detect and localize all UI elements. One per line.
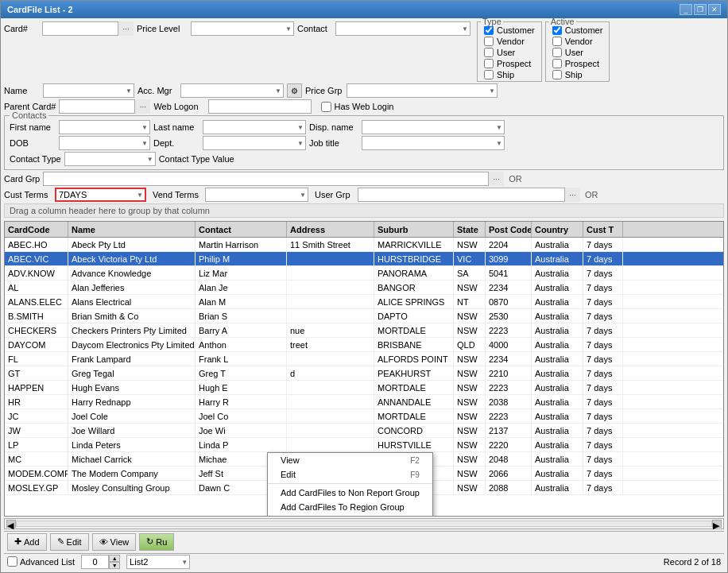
has-web-login-checkbox[interactable] (321, 102, 331, 112)
scroll-left-btn[interactable]: ◀ (6, 520, 16, 528)
table-row[interactable]: LPLinda PetersLinda PHURSTVILLENSW2220Au… (5, 438, 723, 452)
has-web-login-label[interactable]: Has Web Login (321, 102, 393, 112)
table-row[interactable]: CHECKERSCheckers Printers Pty LimitedBar… (5, 323, 723, 338)
table-row[interactable]: ALAlan JefferiesAlan JeBANGORNSW2234Aust… (5, 281, 723, 295)
ctx-add-non-report[interactable]: Add CardFiles to Non Report Group (268, 486, 432, 500)
price-grp-select[interactable] (350, 86, 494, 95)
first-name-select[interactable] (62, 122, 147, 132)
close-button[interactable]: ✕ (708, 4, 721, 15)
card-dots-btn[interactable]: ··· (118, 21, 134, 36)
active-vendor-checkbox[interactable] (552, 37, 562, 46)
scroll-track[interactable] (16, 521, 712, 527)
table-row[interactable]: FLFrank LampardFrank LALFORDS POINTNSW22… (5, 352, 723, 366)
card-label: Card# (4, 24, 40, 33)
ctx-view[interactable]: ViewF2 (268, 453, 432, 467)
type-prospect-checkbox[interactable] (484, 59, 494, 68)
active-user-checkbox[interactable] (552, 48, 562, 57)
col-state[interactable]: State (454, 222, 486, 237)
table-cell: 7 days (583, 438, 623, 451)
table-row[interactable]: HRHarry RednappHarry RANNANDALENSW2038Au… (5, 395, 723, 409)
parent-card-dots-btn[interactable]: ··· (134, 99, 150, 114)
disp-name-select[interactable] (365, 122, 501, 132)
table-row[interactable]: ABEC.VICAbeck Victoria Pty LtdPhilip MHU… (5, 252, 723, 266)
user-grp-input[interactable] (358, 188, 580, 202)
acc-mgr-browse-btn[interactable]: ⚙ (287, 83, 302, 98)
spinner-up-btn[interactable]: ▲ (109, 555, 120, 562)
scroll-right-btn[interactable]: ▶ (712, 520, 722, 528)
active-vendor-item[interactable]: Vendor (552, 37, 603, 46)
table-cell: nue (287, 323, 374, 337)
contact-type-select[interactable] (68, 154, 153, 164)
advanced-list-checkbox[interactable] (7, 556, 17, 567)
col-cardcode[interactable]: CardCode (5, 222, 68, 237)
col-country[interactable]: Country (532, 222, 583, 237)
table-row[interactable]: ADV.KNOWAdvance KnowledgeLiz MarPANORAMA… (5, 266, 723, 281)
ctx-add-region[interactable]: Add CardFiles To Region Group (268, 500, 432, 514)
add-button[interactable]: ✚ Add (7, 533, 47, 551)
spinner-down-btn[interactable]: ▼ (109, 562, 120, 569)
col-name[interactable]: Name (68, 222, 196, 237)
restore-button[interactable]: ❐ (694, 4, 707, 15)
list-select[interactable]: List2 (130, 557, 187, 567)
active-prospect-checkbox[interactable] (552, 59, 562, 68)
active-customer-checkbox[interactable] (552, 25, 562, 35)
job-title-select[interactable] (365, 138, 501, 148)
table-row[interactable]: ALANS.ELECAlans ElectricalAlan MALICE SP… (5, 295, 723, 309)
active-ship-checkbox[interactable] (552, 70, 562, 79)
card-grp-input[interactable] (43, 172, 504, 186)
edit-button[interactable]: ✎ Edit (50, 533, 89, 551)
refresh-button[interactable]: ↻ Ru (139, 533, 174, 551)
type-vendor-item[interactable]: Vendor (484, 37, 535, 46)
table-cell: HURSTVILLE (374, 438, 454, 451)
active-customer-item[interactable]: Customer (552, 25, 603, 35)
table-row[interactable]: HAPPENHugh EvansHugh EMORTDALENSW2223Aus… (5, 381, 723, 395)
advanced-list-label[interactable]: Advanced List (7, 556, 75, 567)
ctx-edit[interactable]: EditF9 (268, 467, 432, 482)
active-prospect-item[interactable]: Prospect (552, 59, 603, 68)
view-button[interactable]: 👁 View (92, 533, 137, 551)
card-grp-dots-btn[interactable]: ··· (488, 172, 504, 186)
type-ship-checkbox[interactable] (484, 70, 494, 79)
table-row[interactable]: B.SMITHBrian Smith & CoBrian SDAPTONSW25… (5, 309, 723, 323)
horizontal-scrollbar[interactable]: ◀ ▶ (4, 518, 724, 529)
table-row[interactable]: DAYCOMDaycom Electronics Pty LimitedAnth… (5, 338, 723, 352)
ctx-sep2 (268, 516, 432, 517)
col-address[interactable]: Address (287, 222, 374, 237)
cust-terms-select[interactable]: 7DAYS (59, 190, 142, 199)
minimize-button[interactable]: _ (680, 4, 692, 15)
web-logon-input[interactable] (208, 99, 312, 114)
type-ship-item[interactable]: Ship (484, 70, 535, 79)
table-cell: 2223 (486, 323, 532, 337)
price-level-select[interactable] (194, 24, 291, 33)
active-user-item[interactable]: User (552, 48, 603, 57)
col-postcode[interactable]: Post Code (486, 222, 532, 237)
type-prospect-item[interactable]: Prospect (484, 59, 535, 68)
user-grp-dots-btn[interactable]: ··· (564, 188, 580, 202)
dept-select[interactable] (206, 138, 303, 148)
active-ship-item[interactable]: Ship (552, 70, 603, 79)
list-select-container[interactable]: List2 ▼ (126, 555, 190, 569)
table-cell: 2088 (486, 481, 532, 494)
type-user-item[interactable]: User (484, 48, 535, 57)
table-row[interactable]: JCJoel ColeJoel CoMORTDALENSW2223Austral… (5, 409, 723, 424)
table-cell: FL (5, 352, 68, 366)
col-suburb[interactable]: Suburb (374, 222, 454, 237)
last-name-select[interactable] (206, 122, 303, 132)
acc-mgr-select[interactable] (184, 86, 281, 95)
col-contact[interactable]: Contact (196, 222, 287, 237)
table-row[interactable]: ABEC.HOAbeck Pty LtdMartin Harrison11 Sm… (5, 238, 723, 252)
view-icon: 👁 (99, 537, 108, 547)
type-customer-checkbox[interactable] (484, 25, 494, 35)
spinner-input[interactable] (81, 555, 109, 569)
table-row[interactable]: GTGreg TegalGreg TdPEAKHURSTNSW2210Austr… (5, 366, 723, 381)
dob-select[interactable] (62, 138, 147, 148)
contact-type-label: Contact Type (10, 154, 61, 164)
name-select[interactable] (46, 86, 131, 95)
type-customer-item[interactable]: Customer (484, 25, 535, 35)
type-user-checkbox[interactable] (484, 48, 494, 57)
table-row[interactable]: JWJoe WillardJoe WiCONCORDNSW2137Austral… (5, 424, 723, 438)
col-custt[interactable]: Cust T (583, 222, 623, 237)
type-vendor-checkbox[interactable] (484, 37, 494, 46)
contact-select[interactable] (339, 24, 467, 33)
vend-terms-select[interactable] (208, 190, 305, 199)
